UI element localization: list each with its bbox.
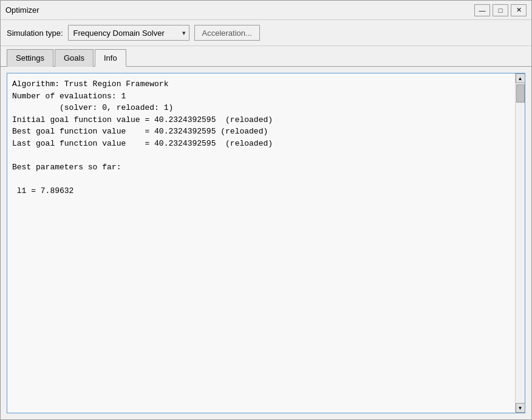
simulation-type-dropdown-wrapper[interactable]: Frequency Domain Solver	[68, 25, 189, 41]
close-button[interactable]: ✕	[511, 4, 527, 16]
scrollbar-up-button[interactable]: ▲	[516, 73, 525, 83]
maximize-button[interactable]: □	[493, 4, 508, 16]
tab-settings[interactable]: Settings	[7, 49, 53, 67]
acceleration-button[interactable]: Acceleration...	[194, 25, 260, 41]
minimize-button[interactable]: —	[474, 4, 490, 16]
tab-info[interactable]: Info	[95, 49, 126, 67]
toolbar: Simulation type: Frequency Domain Solver…	[1, 20, 531, 46]
tabs-bar: Settings Goals Info	[1, 46, 531, 67]
title-bar: Optimizer — □ ✕	[1, 1, 531, 20]
title-bar-controls: — □ ✕	[474, 4, 527, 16]
scrollbar-track: ▲ ▼	[515, 73, 525, 413]
simulation-type-label: Simulation type:	[7, 29, 63, 38]
window-title: Optimizer	[5, 5, 39, 15]
scrollbar-thumb[interactable]	[516, 84, 525, 103]
info-box: Algorithm: Trust Region Framework Number…	[7, 73, 525, 413]
optimizer-window: Optimizer — □ ✕ Simulation type: Frequen…	[0, 0, 532, 420]
tab-goals[interactable]: Goals	[55, 49, 94, 67]
scrollbar-down-button[interactable]: ▼	[516, 403, 525, 413]
content-area: Algorithm: Trust Region Framework Number…	[1, 67, 531, 419]
simulation-type-dropdown[interactable]: Frequency Domain Solver	[68, 25, 189, 41]
info-text[interactable]: Algorithm: Trust Region Framework Number…	[12, 78, 520, 408]
